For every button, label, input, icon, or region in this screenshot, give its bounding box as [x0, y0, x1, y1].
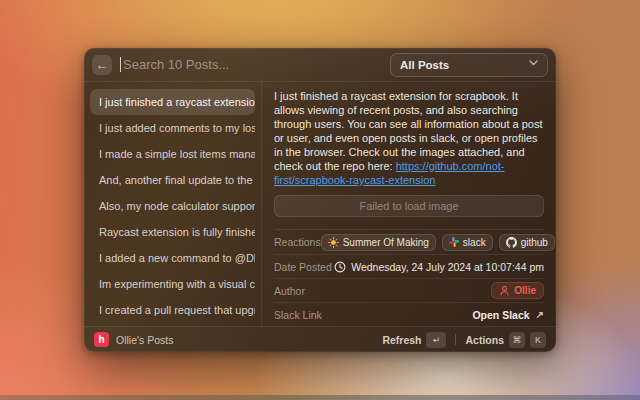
refresh-button[interactable]: Refresh ↵ [382, 332, 446, 348]
search-input[interactable] [123, 57, 390, 72]
image-load-error-box: Failed to load image [274, 195, 544, 217]
list-item[interactable]: I added a new command to @Dhyan... [90, 245, 255, 271]
reactions-label: Reactions [274, 236, 321, 248]
k-key-icon: K [530, 332, 546, 348]
sun-emoji-icon [328, 237, 339, 248]
list-item[interactable]: I created a pull request that upgrade... [90, 297, 255, 323]
slack-link-label: Slack Link [274, 309, 322, 321]
actions-button[interactable]: Actions ⌘ K [465, 332, 546, 348]
open-slack-text: Open Slack [472, 309, 529, 321]
actions-label: Actions [465, 334, 504, 346]
posts-list: I just finished a raycast extension for.… [84, 82, 262, 326]
reaction-tag-summer-of-making: Summer Of Making [321, 234, 436, 251]
clock-icon [334, 261, 346, 273]
back-button[interactable]: ← [92, 55, 112, 75]
dropdown-selected-value: All Posts [400, 59, 449, 71]
author-label: Author [274, 285, 305, 297]
slack-link-row: Slack Link Open Slack ↗ [274, 302, 544, 326]
list-item[interactable]: Raycast extension is fully finished! I j… [90, 219, 255, 245]
date-posted-value: Wednesday, 24 July 2024 at 10:07:44 pm [351, 261, 544, 273]
app-name: Ollie's Posts [116, 334, 173, 346]
screen-bottom-edge [0, 395, 640, 400]
reaction-tag-github: github [499, 234, 555, 251]
text-caret [120, 57, 121, 72]
raycast-window: ← All Posts I just finished a raycast ex… [84, 48, 556, 352]
external-link-arrow-icon: ↗ [536, 309, 544, 320]
footer-actions: Refresh ↵ Actions ⌘ K [382, 332, 546, 348]
list-item[interactable]: Im experimenting with a visual calcul... [90, 271, 255, 297]
logo-letter: h [98, 334, 104, 345]
hackclub-h-logo-icon: h [94, 332, 109, 347]
list-item[interactable]: I made a simple lost items managem... [90, 141, 255, 167]
post-body-text: I just finished a raycast extension for … [274, 89, 544, 187]
github-logo-icon [506, 237, 517, 248]
person-icon [499, 285, 510, 296]
back-arrow-icon: ← [96, 58, 108, 72]
list-item[interactable]: I just added comments to my lost ite... [90, 115, 255, 141]
list-item[interactable]: And, another final update to the exte... [90, 167, 255, 193]
chevron-down-icon [529, 60, 538, 66]
action-bar: h Ollie's Posts Refresh ↵ Actions ⌘ K [84, 326, 556, 352]
reaction-tag-label: Summer Of Making [343, 237, 429, 248]
reaction-tag-label: github [521, 237, 548, 248]
list-item[interactable]: Also, my node calculator supports a... [90, 193, 255, 219]
author-row: Author Ollie [274, 278, 544, 302]
slack-logo-icon [449, 237, 459, 247]
reaction-tag-label: slack [463, 237, 486, 248]
filter-dropdown[interactable]: All Posts [390, 53, 548, 77]
open-slack-link[interactable]: Open Slack ↗ [472, 309, 544, 321]
reaction-tag-slack: slack [442, 234, 493, 251]
author-tag: Ollie [491, 282, 544, 299]
reaction-tags: Summer Of Making slack [321, 234, 555, 251]
date-posted-value-group: Wednesday, 24 July 2024 at 10:07:44 pm [334, 261, 544, 273]
refresh-label: Refresh [382, 334, 421, 346]
date-posted-row: Date Posted Wednesday, 24 July 2024 at 1… [274, 254, 544, 278]
window-body: I just finished a raycast extension for.… [84, 82, 556, 326]
return-key-icon: ↵ [426, 332, 446, 348]
command-key-icon: ⌘ [509, 332, 525, 348]
search-header: ← All Posts [84, 48, 556, 82]
footer-separator [455, 334, 456, 345]
post-detail-panel: I just finished a raycast extension for … [262, 82, 556, 326]
author-name: Ollie [514, 285, 536, 296]
list-item[interactable]: I just finished a raycast extension for.… [90, 89, 255, 115]
reactions-row: Reactions [274, 230, 544, 254]
image-error-text: Failed to load image [359, 200, 458, 212]
date-posted-label: Date Posted [274, 261, 332, 273]
